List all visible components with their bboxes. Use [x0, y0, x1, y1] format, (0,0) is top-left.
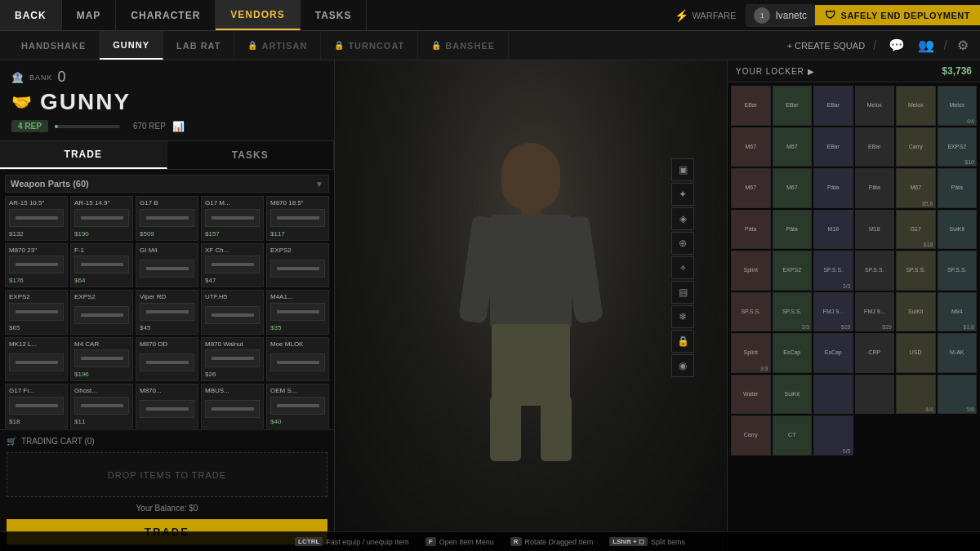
list-item[interactable]: M67 [773, 168, 813, 208]
list-item[interactable]: EBar [813, 127, 853, 167]
list-item[interactable]: M870 OD [136, 337, 198, 382]
list-item[interactable]: G17 $18 [896, 210, 936, 250]
list-item[interactable]: USD [896, 333, 936, 373]
tool-crosshair-icon[interactable]: ⌖ [671, 256, 694, 279]
list-item[interactable]: Ghost... $11 [70, 384, 133, 429]
list-item[interactable]: 5/5 [813, 415, 853, 455]
list-item[interactable]: M4A1... $35 [266, 290, 329, 335]
list-item[interactable]: G17 B $509 [136, 196, 198, 241]
list-item[interactable]: SP.S.S. [896, 251, 936, 291]
list-item[interactable]: EsCap [773, 333, 813, 373]
list-item[interactable]: CT [773, 415, 813, 455]
list-item[interactable]: Pâta [731, 210, 771, 250]
list-item[interactable]: M67 [731, 168, 771, 208]
list-item[interactable]: AR-15 14.9" $190 [70, 196, 133, 241]
list-item[interactable]: F-1 $64 [70, 243, 133, 288]
list-item[interactable]: SP.S.S. [731, 292, 771, 332]
list-item[interactable]: Pâta [938, 168, 978, 208]
list-item[interactable]: G17 Fr... $18 [5, 384, 68, 429]
tool-list-icon[interactable]: ▤ [671, 281, 694, 304]
end-deployment-button[interactable]: 🛡 SAFELY END DEPLOYMENT [815, 5, 980, 25]
list-item[interactable]: Carry [731, 415, 771, 455]
list-item[interactable]: M18 [855, 210, 895, 250]
list-item[interactable]: MK12 L... [5, 337, 68, 382]
list-item[interactable] [813, 375, 853, 415]
list-item[interactable]: XF Ch... $47 [201, 243, 264, 288]
tool-add-icon[interactable]: ⊕ [671, 232, 694, 255]
tool-circle-icon[interactable]: ◉ [671, 354, 694, 377]
list-item[interactable]: 4/4 [896, 375, 936, 415]
tab-handshake[interactable]: HANDSHAKE [8, 31, 100, 60]
list-item[interactable]: EsCap [813, 333, 853, 373]
list-item[interactable]: Pâta [813, 168, 853, 208]
list-item[interactable]: M870... [136, 384, 198, 429]
list-item[interactable]: FMJ 9... $29 [855, 292, 895, 332]
list-item[interactable]: M4 CAR $196 [70, 337, 133, 382]
list-item[interactable]: CRP [855, 333, 895, 373]
list-item[interactable]: Moe MLOK [266, 337, 329, 382]
category-weapon-parts[interactable]: Weapon Parts (60) ▼ [5, 175, 329, 193]
list-item[interactable]: G17 M... $157 [201, 196, 264, 241]
tool-pin-icon[interactable]: ✦ [671, 183, 694, 206]
list-item[interactable]: M67 $5,8 [896, 168, 936, 208]
list-item[interactable]: Viper RD $45 [136, 290, 198, 335]
list-item[interactable]: SP.S.S. 3/3 [773, 292, 813, 332]
list-item[interactable]: FMJ 9... $29 [813, 292, 853, 332]
list-item[interactable]: SP.S.S. 3/3 [813, 251, 853, 291]
settings-icon[interactable]: ⚙ [954, 36, 972, 55]
list-item[interactable]: SuiKit [896, 292, 936, 332]
list-item[interactable]: EBar [731, 86, 771, 126]
list-item[interactable]: M870 23" $176 [5, 243, 68, 288]
list-item[interactable]: EBar [855, 127, 895, 167]
list-item[interactable]: Splint 3/3 [731, 333, 771, 373]
tab-labrat[interactable]: LAB RAT [163, 31, 234, 60]
list-item[interactable]: Carry [896, 127, 936, 167]
nav-map[interactable]: MAP [62, 0, 117, 30]
list-item[interactable]: Melox [896, 86, 936, 126]
chat-icon[interactable]: 💬 [885, 36, 908, 55]
list-item[interactable]: MBUS... [201, 384, 264, 429]
list-item[interactable]: OEM S... $40 [266, 384, 329, 429]
squad-icon[interactable]: 👥 [915, 36, 938, 55]
tab-gunny[interactable]: GUNNY [100, 31, 163, 60]
list-item[interactable]: UTF.H5 [201, 290, 264, 335]
items-container[interactable]: Weapon Parts (60) ▼ AR-15 10.5" $132 AR-… [0, 170, 334, 429]
list-item[interactable]: SuiKit [773, 375, 813, 415]
list-item[interactable]: 5/8 [938, 375, 978, 415]
list-item[interactable]: Water [731, 375, 771, 415]
list-item[interactable]: EBar [813, 86, 853, 126]
locker-grid[interactable]: EBar EBar EBar Melox Melox Melox 4/4 M67… [728, 82, 980, 551]
list-item[interactable]: EXPS2 $65 [5, 290, 68, 335]
list-item[interactable]: GI M4 [136, 243, 198, 288]
list-item[interactable]: EBar [773, 86, 813, 126]
tool-grid-icon[interactable]: ▣ [671, 158, 694, 181]
list-item[interactable]: M-AK [938, 333, 978, 373]
list-item[interactable] [855, 375, 895, 415]
trade-tab[interactable]: TRADE [0, 141, 167, 169]
list-item[interactable]: EXPS2 [773, 251, 813, 291]
list-item[interactable]: EXPS2 $10 [938, 127, 978, 167]
list-item[interactable]: M18 [813, 210, 853, 250]
list-item[interactable]: Splint [731, 251, 771, 291]
nav-back[interactable]: BACK [0, 0, 62, 30]
tool-compass-icon[interactable]: ◈ [671, 207, 694, 230]
list-item[interactable]: Pâta [773, 210, 813, 250]
list-item[interactable]: M67 [731, 127, 771, 167]
list-item[interactable]: SP.S.S. [938, 251, 978, 291]
list-item[interactable]: SP.S.S. [855, 251, 895, 291]
list-item[interactable]: Melox [855, 86, 895, 126]
tool-lock-icon[interactable]: 🔒 [671, 330, 694, 353]
nav-character[interactable]: CHARACTER [116, 0, 216, 30]
nav-vendors[interactable]: VENDORS [216, 0, 300, 30]
cart-drop-area[interactable]: DROP ITEMS TO TRADE [7, 452, 327, 497]
list-item[interactable]: M84 $1,8 [938, 292, 978, 332]
list-item[interactable]: Pâta [855, 168, 895, 208]
list-item[interactable]: M67 [773, 127, 813, 167]
tool-snowflake-icon[interactable]: ❄ [671, 305, 694, 328]
create-squad-button[interactable]: + CREATE SQUAD [787, 41, 865, 51]
nav-tasks[interactable]: TASKS [301, 0, 368, 30]
tasks-tab[interactable]: TASKS [167, 141, 335, 169]
list-item[interactable]: Melox 4/4 [938, 86, 978, 126]
list-item[interactable]: M870 18.5" $117 [266, 196, 329, 241]
list-item[interactable]: M870 Walnut $26 [201, 337, 264, 382]
